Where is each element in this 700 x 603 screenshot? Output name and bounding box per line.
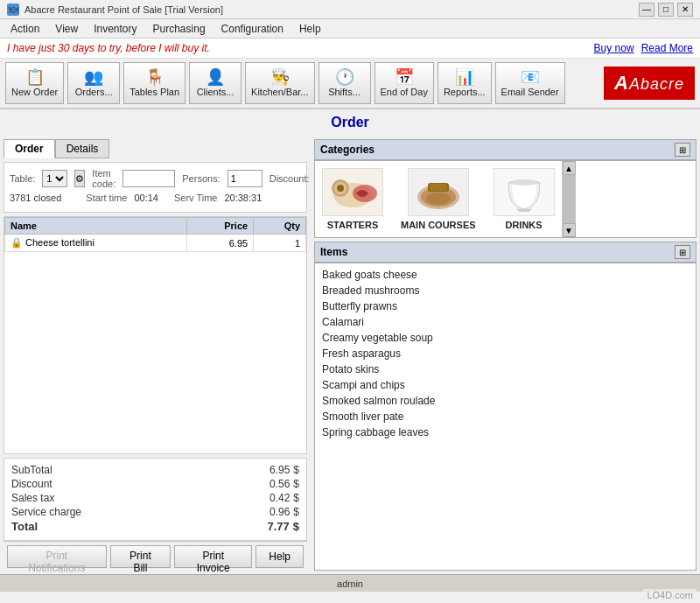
drinks-image <box>494 168 555 216</box>
clients-button[interactable]: 👤 Clients... <box>189 62 242 104</box>
list-item[interactable]: Smoked salmon roulade <box>322 393 689 409</box>
print-notifications-button[interactable]: Print Notifications <box>7 545 107 568</box>
starters-label: STARTERS <box>327 220 378 230</box>
table-settings-button[interactable]: ⚙ <box>74 170 85 187</box>
print-bill-button[interactable]: Print Bill <box>110 545 171 568</box>
lock-icon: 🔒 <box>10 237 23 248</box>
shifts-icon: 🕐 <box>335 69 354 85</box>
total-label: Total <box>11 520 38 533</box>
menu-view[interactable]: View <box>48 21 85 37</box>
right-panel: Categories ⊞ <box>311 136 700 574</box>
tables-plan-button[interactable]: 🪑 Tables Plan <box>123 62 186 104</box>
serv-time-value: 20:38:31 <box>224 193 262 203</box>
kitchen-bar-label: Kitchen/Bar... <box>251 87 308 97</box>
reports-button[interactable]: 📊 Reports... <box>438 62 492 104</box>
scroll-up-arrow[interactable]: ▲ <box>563 161 576 175</box>
serv-time-label: Serv Time <box>174 193 218 203</box>
logo-area: AAbacre <box>604 67 695 100</box>
clients-icon: 👤 <box>206 69 225 85</box>
main-content: Order Details Table: 1 ⚙ Item code: Pers… <box>0 136 700 574</box>
starters-image <box>322 168 383 216</box>
page-title-bar: Order <box>0 109 700 136</box>
categories-title: Categories <box>320 144 374 156</box>
col-price: Price <box>186 218 253 235</box>
sales-tax-value: 0.42 <box>270 492 290 504</box>
menu-inventory[interactable]: Inventory <box>87 21 144 37</box>
table-label: Table: <box>10 173 35 184</box>
svg-point-11 <box>426 193 451 205</box>
list-item[interactable]: Breaded mushrooms <box>322 283 689 298</box>
sales-tax-currency: $ <box>293 492 299 504</box>
col-name: Name <box>5 218 187 235</box>
service-charge-label: Service charge <box>11 506 81 518</box>
discount-label-total: Discount <box>11 478 52 490</box>
scroll-thumb[interactable] <box>563 175 576 223</box>
category-starters[interactable]: STARTERS <box>322 168 383 230</box>
category-drinks[interactable]: DRINKS <box>494 168 555 230</box>
scroll-down-arrow[interactable]: ▼ <box>563 223 576 237</box>
maximize-button[interactable]: □ <box>658 3 674 17</box>
menu-help[interactable]: Help <box>292 21 328 37</box>
list-item[interactable]: Potato skins <box>322 361 689 377</box>
table-row[interactable]: 🔒 Cheese tortellini 6.95 1 <box>5 235 306 252</box>
svg-rect-10 <box>430 184 447 191</box>
bottom-bar: Print Notifications Print Bill Print Inv… <box>4 541 307 571</box>
read-more-link[interactable]: Read More <box>641 42 693 54</box>
svg-rect-15 <box>519 209 529 212</box>
menu-action[interactable]: Action <box>4 21 46 37</box>
help-button[interactable]: Help <box>256 545 304 568</box>
table-select[interactable]: 1 <box>42 170 67 187</box>
status-bar: admin <box>0 574 700 592</box>
subtotal-value: 6.95 <box>270 464 290 476</box>
list-item[interactable]: Spring cabbage leaves <box>322 424 689 440</box>
categories-panel: STARTERS <box>314 160 696 238</box>
title-bar: 🍽 Abacre Restaurant Point of Sale [Trial… <box>0 0 700 19</box>
end-of-day-icon: 📅 <box>395 69 414 85</box>
menu-configuration[interactable]: Configuration <box>214 21 290 37</box>
items-grid-button[interactable]: ⊞ <box>675 245 690 259</box>
new-order-icon: 📋 <box>25 69 45 85</box>
menu-purchasing[interactable]: Purchasing <box>146 21 213 37</box>
list-item[interactable]: Fresh asparagus <box>322 346 689 361</box>
orders-button[interactable]: 👥 Orders... <box>67 62 120 104</box>
main-courses-image <box>408 168 469 216</box>
status-user: admin <box>337 578 363 589</box>
buy-now-link[interactable]: Buy now <box>594 42 634 54</box>
print-invoice-button[interactable]: Print Invoice <box>174 545 252 568</box>
category-main-courses[interactable]: MAIN COURSES <box>401 168 476 230</box>
item-code-input[interactable] <box>122 170 175 187</box>
tab-order[interactable]: Order <box>4 139 55 158</box>
list-item[interactable]: Smooth liver pate <box>322 409 689 424</box>
persons-input[interactable] <box>228 170 262 187</box>
svg-point-5 <box>337 185 344 192</box>
kitchen-bar-icon: 👨‍🍳 <box>270 69 290 85</box>
clients-label: Clients... <box>197 87 234 97</box>
discount-currency: $ <box>293 478 299 490</box>
list-item[interactable]: Creamy vegetable soup <box>322 330 689 346</box>
items-header: Items ⊞ <box>314 242 696 263</box>
close-button[interactable]: ✕ <box>677 3 693 17</box>
end-of-day-button[interactable]: 📅 End of Day <box>374 62 434 104</box>
minimize-button[interactable]: — <box>639 3 654 17</box>
email-sender-button[interactable]: 📧 Email Sender <box>495 62 565 104</box>
tab-details[interactable]: Details <box>55 139 110 158</box>
shifts-button[interactable]: 🕐 Shifts... <box>318 62 371 104</box>
items-title: Items <box>320 246 347 258</box>
categories-grid-button[interactable]: ⊞ <box>675 143 690 157</box>
order-value: 3781 closed <box>10 193 61 203</box>
service-charge-currency: $ <box>293 506 299 518</box>
subtotal-currency: $ <box>293 464 299 476</box>
new-order-button[interactable]: 📋 New Order <box>5 62 64 104</box>
list-item[interactable]: Baked goats cheese <box>322 267 689 283</box>
row-name: 🔒 Cheese tortellini <box>5 235 187 252</box>
order-table: Name Price Qty 🔒 Cheese tortellini 6.95 … <box>4 217 306 252</box>
list-item[interactable]: Butterfly prawns <box>322 298 689 314</box>
col-qty: Qty <box>254 218 306 235</box>
list-item[interactable]: Scampi and chips <box>322 377 689 393</box>
subtotal-row: SubTotal 6.95 $ <box>11 464 299 476</box>
list-item[interactable]: Calamari <box>322 314 689 330</box>
email-sender-icon: 📧 <box>521 69 540 85</box>
kitchen-bar-button[interactable]: 👨‍🍳 Kitchen/Bar... <box>245 62 314 104</box>
totals-panel: SubTotal 6.95 $ Discount 0.56 $ Sales ta… <box>4 458 307 541</box>
svg-point-14 <box>512 180 536 186</box>
